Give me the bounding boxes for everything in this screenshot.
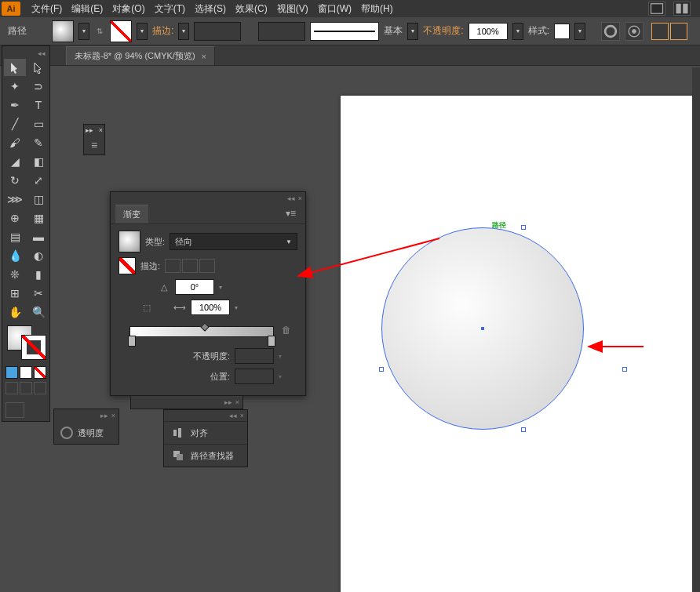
stroke-dropdown[interactable]: ▾ [137,23,148,40]
panel-group-close[interactable]: × [235,398,239,406]
scale-tool[interactable]: ⤢ [27,172,49,189]
panel-group-collapse[interactable]: ▸▸ [224,398,232,406]
style-swatch[interactable] [554,24,570,39]
toolbox-header[interactable]: ◂◂ [4,48,48,59]
menu-edit[interactable]: 编辑(E) [67,2,108,16]
draw-inside[interactable] [34,382,46,394]
gradient-type-select[interactable]: 径向 ▼ [170,233,297,250]
gradient-preview-swatch[interactable] [118,231,140,252]
transparency-expand[interactable]: ▸▸ [100,412,108,419]
pen-tool[interactable]: ✒ [4,96,26,114]
gradient-slider[interactable]: 🗑 [118,321,297,342]
gradient-panel-collapse[interactable]: ◂◂ [287,194,295,202]
delete-stop-button[interactable]: 🗑 [282,325,294,337]
stroke-apply-3[interactable] [199,259,215,273]
align-button[interactable] [625,22,643,41]
artboard-tool[interactable]: ⊞ [4,285,26,302]
menu-extra-1[interactable] [648,2,665,16]
symbol-sprayer-tool[interactable]: ❊ [4,266,26,283]
panel-group-tabbar[interactable]: ▸▸ × [130,395,243,409]
align-panel-collapse[interactable]: ◂◂ [229,412,237,419]
transparency-close[interactable]: × [111,412,115,419]
menu-select[interactable]: 选择(S) [190,2,231,16]
gradient-tab[interactable]: 渐变 [115,205,148,223]
color-mode-none[interactable] [34,366,46,379]
eraser-tool[interactable]: ◧ [27,153,49,170]
screen-mode-button[interactable] [5,402,24,418]
selection-handle-bottom[interactable] [521,427,526,432]
fill-swatch[interactable] [52,20,74,42]
eyedropper-tool[interactable]: 💧 [4,247,26,264]
menu-extra-2[interactable] [673,2,691,16]
variable-width-profile[interactable] [258,22,305,41]
menu-effect[interactable]: 效果(C) [231,2,272,16]
menu-object[interactable]: 对象(O) [108,2,149,16]
lasso-tool[interactable]: ⊃ [27,78,49,95]
menu-view[interactable]: 视图(V) [272,2,313,16]
collapsed-panel[interactable]: ▸▸ × ≡ [83,124,105,155]
blend-tool[interactable]: ◐ [27,247,49,264]
menu-file[interactable]: 文件(F) [27,2,67,16]
draw-normal[interactable] [5,382,18,394]
selection-tool[interactable] [4,59,26,76]
document-tab-close[interactable]: × [202,52,206,61]
menu-window[interactable]: 窗口(W) [313,2,356,16]
brush-dropdown[interactable]: ▾ [407,23,418,40]
column-graph-tool[interactable]: ▮ [27,266,49,283]
style-dropdown[interactable]: ▾ [574,23,585,40]
gradient-midpoint[interactable] [200,322,209,331]
gradient-panel-menu[interactable]: ▾≡ [281,205,301,223]
stroke-swatch[interactable] [110,20,132,42]
align-grid-2[interactable] [670,23,687,40]
align-row[interactable]: 对齐 [164,421,247,444]
type-tool[interactable]: T [27,96,49,114]
fill-dropdown[interactable]: ▾ [78,23,89,40]
menu-help[interactable]: 帮助(H) [356,2,398,16]
stroke-indicator[interactable] [21,335,46,360]
opacity-input[interactable] [468,23,508,40]
stroke-apply-2[interactable] [182,259,198,273]
slice-tool[interactable]: ✂ [27,285,49,302]
align-panel-close[interactable]: × [240,412,244,419]
brush-definition[interactable] [310,22,379,41]
stroke-weight-dropdown[interactable]: ▾ [178,23,189,40]
pencil-tool[interactable]: ✎ [27,134,49,151]
draw-behind[interactable] [20,382,32,394]
gradient-stop-position-input[interactable] [235,369,274,384]
gradient-stop-opacity-input[interactable] [235,348,274,364]
gradient-stop-right[interactable] [268,336,275,347]
perspective-grid-tool[interactable]: ▦ [27,209,49,227]
color-mode-color[interactable] [5,366,18,379]
recolor-artwork-button[interactable] [601,22,620,41]
selection-handle-left[interactable] [379,367,384,372]
collapsed-panel-icon[interactable]: ≡ [91,139,97,151]
stroke-apply-1[interactable] [165,259,180,273]
selection-handle-right[interactable] [622,367,627,372]
artboard[interactable]: 路径 [341,96,700,592]
gradient-stroke-swatch[interactable] [118,257,136,274]
align-pathfinder-panel[interactable]: ◂◂ × 对齐 路径查找器 [163,409,248,467]
opacity-dropdown[interactable]: ▾ [512,23,523,40]
menu-type[interactable]: 文字(T) [150,2,190,16]
selection-handle-top[interactable] [521,225,526,230]
gradient-circle-object[interactable]: 路径 [381,227,584,430]
align-grid-1[interactable] [651,23,669,40]
rectangle-tool[interactable]: ▭ [27,115,49,133]
rotate-tool[interactable]: ↻ [4,172,26,189]
paintbrush-tool[interactable]: 🖌 [4,134,26,151]
pathfinder-row[interactable]: 路径查找器 [164,444,247,467]
zoom-tool[interactable]: 🔍 [27,303,49,321]
shape-builder-tool[interactable]: ⊕ [4,209,26,227]
gradient-angle-input[interactable]: 0° [175,279,214,295]
magic-wand-tool[interactable]: ✦ [4,78,26,95]
color-mode-gradient[interactable] [20,366,32,379]
gradient-scale-input[interactable]: 100% [191,300,230,315]
gradient-panel[interactable]: ◂◂ × 渐变 ▾≡ 类型: 径向 ▼ 描边: △ 0° ▾ [110,191,306,396]
gradient-panel-close[interactable]: × [298,194,302,202]
document-tab[interactable]: 未标题-8* @ 94% (CMYK/预览) × [66,46,215,65]
vertical-scrollbar[interactable] [692,67,700,592]
mesh-tool[interactable]: ▤ [4,228,26,245]
stroke-weight-input[interactable] [194,22,241,41]
gradient-track[interactable] [129,326,274,337]
line-tool[interactable]: ╱ [4,115,26,133]
